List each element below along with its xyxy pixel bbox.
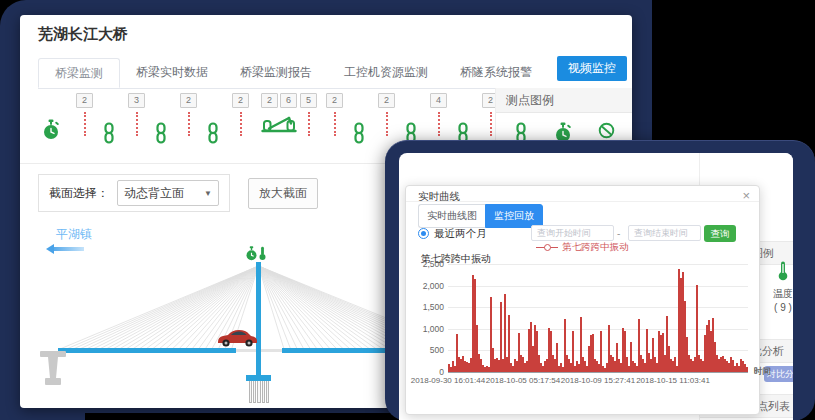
sensor-item-badge: 2	[232, 93, 249, 136]
main-tab[interactable]: 桥隧系统报警	[444, 58, 548, 88]
badge-slot: 2	[378, 93, 395, 110]
tower-pier-columns	[249, 381, 269, 403]
sensor-count-badge: 2	[76, 93, 93, 108]
sensor-dash-line	[240, 112, 242, 136]
left-arrow-icon	[50, 247, 84, 251]
sensor-count-badge: 4	[430, 93, 447, 108]
y-tick-label: 2,000	[423, 281, 444, 291]
chart-bars	[448, 264, 748, 372]
pier-column	[266, 381, 269, 403]
chain-icon[interactable]	[102, 122, 116, 144]
pier-column	[257, 381, 260, 403]
section-select[interactable]: 动态背立面 ▼	[117, 180, 219, 206]
video-monitor-button[interactable]: 视频监控	[557, 56, 627, 81]
sensor-dash-line	[386, 112, 388, 136]
chevron-down-icon: ▼	[204, 189, 212, 198]
badge-slot: 2	[232, 93, 249, 110]
main-tab[interactable]: 桥梁监测报告	[224, 58, 328, 88]
badge-slot: 5	[300, 93, 317, 110]
stopwatch-icon[interactable]	[245, 246, 258, 261]
sensor-item-bridge[interactable]: 26	[261, 93, 297, 134]
recent-two-months-label: 最近两个月	[434, 227, 487, 241]
left-pier	[40, 351, 66, 387]
sensor-count-badge: 2	[326, 93, 343, 108]
query-button[interactable]: 查询	[704, 225, 736, 242]
sensor-item-chain[interactable]	[102, 93, 116, 144]
detail-window-frame: 测点图例 温度 ( 9 ) 对比分析 对比分析 测点列表 实时曲线 × 实时曲线…	[385, 140, 815, 420]
pier-column	[249, 381, 252, 403]
bridge-icon[interactable]	[261, 114, 297, 134]
screenshot-stage: 芜湖长江大桥 桥梁监测桥梁实时数据桥梁监测报告工控机资源监测桥隧系统报警 视频监…	[0, 0, 815, 420]
main-tab[interactable]: 工控机资源监测	[328, 58, 444, 88]
pier-column	[262, 381, 265, 403]
section-select-group: 截面选择： 动态背立面 ▼	[38, 174, 230, 212]
query-end-time-input[interactable]	[628, 225, 701, 241]
sensor-item-badge: 3	[128, 93, 145, 136]
bridge-side-label: 平湖镇	[56, 226, 92, 243]
section-select-label: 截面选择：	[49, 185, 109, 202]
sensor-count-badge: 5	[300, 93, 317, 108]
sensor-count-badge: 3	[128, 93, 145, 108]
divider	[406, 201, 759, 202]
car-illustration	[214, 327, 260, 349]
recent-two-months-radio[interactable]	[418, 228, 429, 239]
x-axis-name: 时间	[754, 366, 771, 378]
main-tab[interactable]: 桥梁实时数据	[120, 58, 224, 88]
bridge-deck-left	[58, 348, 236, 353]
sensor-item-badge: 2	[180, 93, 197, 136]
x-tick-label: 2018-10-09 15:27:41	[561, 376, 635, 385]
thermometer-icon	[778, 261, 788, 281]
chain-icon[interactable]	[352, 122, 366, 144]
sensor-item-chain[interactable]	[352, 93, 366, 144]
x-tick-label: 2018-10-05 05:17:54	[486, 376, 560, 385]
badge-slot: 26	[261, 93, 297, 110]
sensor-dash-line	[334, 112, 336, 136]
sensor-count-badge: 2	[261, 93, 278, 108]
sensor-dash-line	[84, 112, 86, 136]
badge-slot: 2	[76, 93, 93, 110]
chain-icon[interactable]	[206, 122, 220, 144]
sensor-count-badge: 2	[180, 93, 197, 108]
query-start-time-input[interactable]	[531, 225, 614, 241]
section-controls: 截面选择： 动态背立面 ▼ 放大截面	[38, 174, 318, 212]
sensor-dash-line	[188, 112, 190, 136]
main-tab[interactable]: 桥梁监测	[38, 58, 120, 88]
sensor-dash-line	[308, 112, 310, 136]
sensor-dash-line	[490, 112, 492, 136]
sensor-item-chain[interactable]	[154, 93, 168, 144]
legend-label: 第七跨跨中振动	[562, 241, 629, 252]
page-title: 芜湖长江大桥	[38, 25, 128, 44]
thermometer-icon[interactable]	[259, 246, 266, 261]
stopwatch-icon[interactable]	[42, 119, 60, 140]
main-tab-bar: 桥梁监测桥梁实时数据桥梁监测报告工控机资源监测桥隧系统报警	[38, 58, 508, 89]
y-tick-label: 1,000	[423, 324, 444, 334]
chain-icon[interactable]	[154, 122, 168, 144]
sensor-item-chain[interactable]	[206, 93, 220, 144]
sensor-item-stopwatch[interactable]	[42, 93, 60, 140]
detail-window: 测点图例 温度 ( 9 ) 对比分析 对比分析 测点列表 实时曲线 × 实时曲线…	[399, 153, 793, 420]
sensor-item-chain[interactable]	[456, 93, 470, 144]
enlarge-section-button[interactable]: 放大截面	[248, 178, 318, 209]
sensor-item-chain[interactable]	[404, 93, 418, 144]
sensor-item-badge: 5	[300, 93, 317, 136]
badge-slot: 3	[128, 93, 145, 110]
chart-plot: 05001,0001,5002,0002,5002018-09-30 16:01…	[448, 264, 748, 373]
x-tick-label: 2018-09-30 16:01:44	[411, 376, 485, 385]
sensor-item-badge: 4	[430, 93, 447, 136]
section-select-value: 动态背立面	[124, 185, 184, 202]
sensor-item-badge: 2	[326, 93, 343, 136]
thermometer-slot	[778, 267, 788, 284]
chart-bar	[746, 367, 748, 372]
sensor-count-badge: 2	[232, 93, 249, 108]
tower-sensor-icons	[245, 246, 266, 261]
sensor-item-badge: 2	[76, 93, 93, 136]
legend-panel-title: 测点图例	[496, 88, 632, 113]
bridge-tower	[256, 262, 261, 378]
sensor-dash-line	[438, 112, 440, 136]
sensor-dash-line	[136, 112, 138, 136]
badge-slot: 2	[180, 93, 197, 110]
sensor-count-badge: 2	[378, 93, 395, 108]
y-tick-label: 1,500	[423, 302, 444, 312]
sensor-count-badge: 6	[280, 93, 297, 108]
legend-marker-icon	[536, 247, 558, 248]
